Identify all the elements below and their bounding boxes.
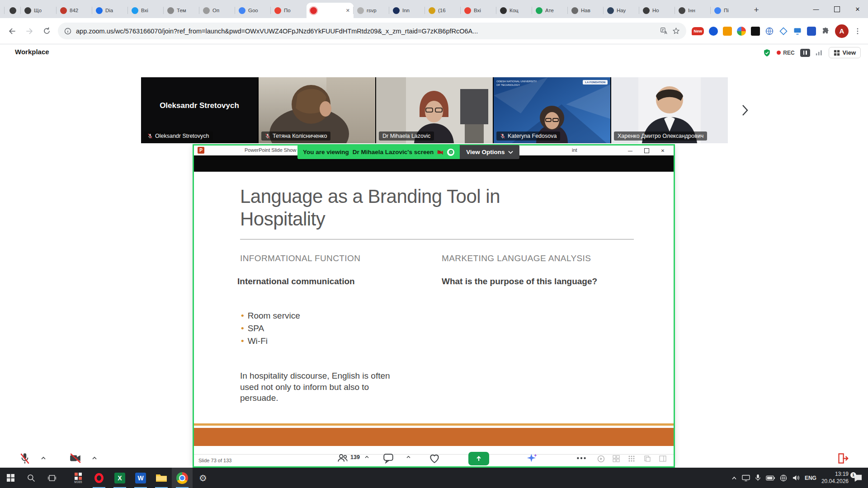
tray-expand-chevron[interactable] bbox=[731, 476, 737, 480]
start-button[interactable] bbox=[0, 468, 21, 488]
browser-tab-active[interactable]: ✕ bbox=[307, 3, 354, 18]
reload-button[interactable] bbox=[41, 25, 52, 37]
participant-tile[interactable]: Харенко Дмитро Олександрович bbox=[611, 77, 728, 143]
view-button[interactable]: View bbox=[829, 47, 861, 58]
microphone-muted-button[interactable] bbox=[19, 452, 31, 465]
browser-tab[interactable]: 842 bbox=[57, 3, 92, 18]
extension-icon[interactable] bbox=[737, 27, 746, 36]
reactions-button[interactable] bbox=[429, 452, 440, 464]
participants-chevron[interactable] bbox=[364, 455, 369, 459]
ppt-minimize-button[interactable]: — bbox=[622, 145, 638, 155]
extension-icon[interactable] bbox=[723, 27, 732, 36]
extension-icon[interactable] bbox=[807, 27, 816, 36]
extensions-puzzle-icon[interactable] bbox=[821, 27, 830, 36]
side-panel-icon[interactable] bbox=[659, 455, 666, 462]
browser-tab[interactable]: Інн bbox=[675, 3, 711, 18]
browser-tab[interactable]: Но bbox=[639, 3, 675, 18]
pinned-tab[interactable] bbox=[5, 3, 21, 18]
browser-tab[interactable]: Нау bbox=[604, 3, 639, 18]
ppt-maximize-button[interactable] bbox=[638, 145, 655, 155]
browser-tab[interactable]: Тем bbox=[164, 3, 199, 18]
site-info-icon[interactable] bbox=[64, 28, 71, 35]
profile-avatar[interactable]: A bbox=[835, 24, 849, 38]
view-options-button[interactable]: View Options bbox=[460, 145, 519, 159]
extension-icon[interactable] bbox=[709, 27, 718, 36]
browser-tab[interactable]: Goo bbox=[235, 3, 271, 18]
participant-tile[interactable]: Oleksandr Stretovych Oleksandr Stretovyc… bbox=[141, 77, 258, 143]
display-icon[interactable] bbox=[742, 474, 750, 482]
participant-tile[interactable]: Тетяна Колісниченко bbox=[259, 77, 375, 143]
browser-tab[interactable]: (16 bbox=[425, 3, 461, 18]
taskbar-search-button[interactable] bbox=[21, 468, 42, 488]
chat-button[interactable] bbox=[382, 452, 394, 464]
slide-bullet: •SPA bbox=[241, 324, 264, 333]
next-participants-button[interactable] bbox=[738, 101, 752, 119]
browser-tab[interactable]: Ате bbox=[532, 3, 568, 18]
play-controls-icon[interactable] bbox=[597, 455, 605, 463]
browser-tab[interactable]: Що bbox=[21, 3, 57, 18]
tray-microphone-icon[interactable] bbox=[755, 474, 761, 482]
browser-tab[interactable]: Inn bbox=[389, 3, 425, 18]
share-screen-button[interactable] bbox=[468, 452, 489, 465]
participant-tile[interactable]: ODESA NATIONAL UNIVERSITY OF TECHNOLOGY … bbox=[494, 77, 610, 143]
forward-button[interactable] bbox=[24, 25, 35, 37]
battery-icon[interactable] bbox=[766, 475, 775, 481]
network-globe-icon[interactable] bbox=[780, 474, 787, 482]
browser-tab[interactable]: Вхі bbox=[461, 3, 496, 18]
participant-tile-active-speaker[interactable]: Dr Mihaela Lazovic bbox=[376, 77, 493, 143]
task-view-button[interactable] bbox=[42, 468, 62, 488]
browser-tab[interactable]: Оп bbox=[199, 3, 235, 18]
action-center-icon[interactable]: 1 bbox=[854, 474, 863, 482]
site-icon bbox=[60, 7, 67, 14]
grid-view-icon[interactable] bbox=[613, 455, 620, 462]
clock-date: 20.04.2026 bbox=[821, 478, 849, 485]
window-maximize-button[interactable] bbox=[826, 0, 847, 18]
slide-left-subtitle: International communication bbox=[237, 277, 355, 286]
word-icon[interactable]: W bbox=[130, 468, 151, 488]
browser-tab[interactable]: По bbox=[271, 3, 307, 18]
participants-button[interactable] bbox=[337, 452, 349, 464]
m365-icon[interactable]: M365 bbox=[68, 468, 89, 488]
volume-icon[interactable] bbox=[792, 474, 800, 481]
extension-monitor-icon[interactable] bbox=[793, 27, 802, 36]
browser-tab[interactable]: Пі bbox=[711, 3, 746, 18]
leave-meeting-button[interactable] bbox=[837, 452, 849, 465]
extension-globe-icon[interactable] bbox=[765, 27, 774, 36]
file-explorer-icon[interactable] bbox=[151, 468, 172, 488]
chrome-icon[interactable] bbox=[172, 468, 193, 488]
browser-tab[interactable]: Нав bbox=[568, 3, 604, 18]
ppt-close-button[interactable]: ✕ bbox=[655, 145, 671, 155]
settings-gear-icon[interactable]: ⚙ bbox=[193, 468, 213, 488]
participant-name-label: Тетяна Колісниченко bbox=[261, 131, 330, 141]
taskbar-clock[interactable]: 13:19 20.04.2026 bbox=[821, 471, 849, 485]
address-bar[interactable]: app.zoom.us/wc/5763166070/join?ref_from=… bbox=[58, 23, 686, 39]
copy-icon[interactable] bbox=[644, 455, 651, 462]
recording-pause-button[interactable] bbox=[800, 49, 810, 57]
bookmark-star-icon[interactable] bbox=[672, 27, 680, 35]
browser-tab[interactable]: rsvp bbox=[354, 3, 389, 18]
window-minimize-button[interactable]: — bbox=[806, 0, 826, 18]
apps-grid-icon[interactable] bbox=[628, 455, 635, 462]
tab-close-icon[interactable]: ✕ bbox=[346, 8, 350, 14]
translate-icon[interactable] bbox=[660, 27, 668, 35]
chat-chevron[interactable] bbox=[406, 455, 411, 459]
browser-tab[interactable]: Коц bbox=[496, 3, 532, 18]
microphone-options-chevron[interactable] bbox=[41, 456, 46, 460]
camera-options-chevron[interactable] bbox=[92, 456, 97, 460]
slide-bullet: •Wi-Fi bbox=[241, 336, 268, 346]
browser-menu-icon[interactable] bbox=[854, 27, 862, 35]
new-tab-button[interactable]: + bbox=[750, 4, 763, 16]
ai-companion-button[interactable] bbox=[526, 452, 538, 465]
more-options-button[interactable] bbox=[576, 452, 587, 464]
extension-icon[interactable] bbox=[751, 27, 760, 36]
new-extension-badge[interactable]: New bbox=[692, 27, 704, 35]
language-indicator[interactable]: ENG bbox=[805, 475, 816, 481]
excel-icon[interactable]: X bbox=[109, 468, 130, 488]
browser-tab[interactable]: Dia bbox=[92, 3, 128, 18]
camera-muted-button[interactable] bbox=[69, 452, 82, 464]
window-close-button[interactable]: ✕ bbox=[847, 0, 868, 18]
back-button[interactable] bbox=[6, 25, 18, 37]
browser-tab[interactable]: Вхі bbox=[128, 3, 164, 18]
opera-icon[interactable] bbox=[89, 468, 109, 488]
extension-diamond-icon[interactable] bbox=[779, 27, 788, 36]
